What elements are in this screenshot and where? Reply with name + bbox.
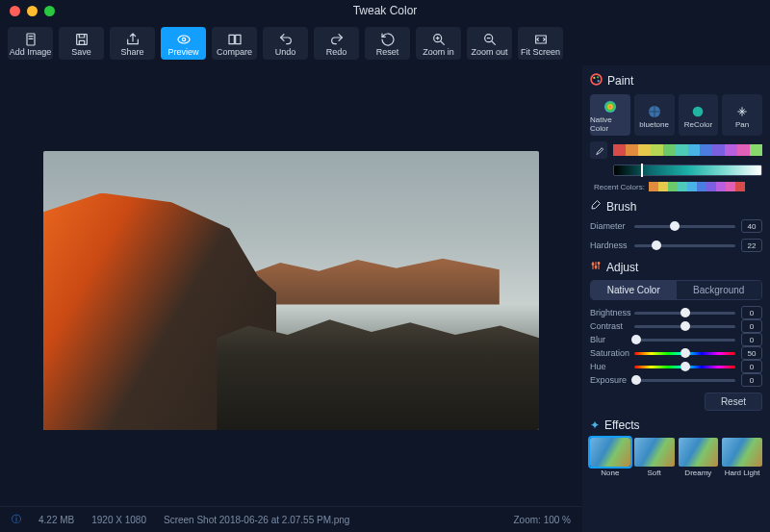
effect-thumb	[679, 438, 719, 467]
color-swatch[interactable]	[712, 144, 725, 156]
app-window: Tweak Color Add ImageSaveSharePreviewCom…	[0, 0, 770, 532]
color-swatch[interactable]	[626, 144, 638, 156]
svg-point-11	[597, 76, 599, 78]
svg-point-16	[592, 264, 594, 266]
diameter-slider: Diameter 40	[590, 219, 762, 233]
effect-dreamy[interactable]: Dreamy	[679, 438, 719, 477]
paint-tab-bluetone[interactable]: bluetone	[634, 94, 675, 136]
contrast-label: Contrast	[590, 321, 629, 331]
compare-button[interactable]: Compare	[212, 27, 257, 60]
preview-button[interactable]: Preview	[161, 27, 206, 60]
info-icon: ⓘ	[12, 513, 21, 526]
adjust-reset-button[interactable]: Reset	[705, 393, 762, 411]
color-swatch[interactable]	[613, 144, 626, 156]
seg-background[interactable]: Background	[677, 281, 762, 299]
saturation-value[interactable]: 50	[741, 346, 762, 360]
svg-point-17	[595, 266, 597, 268]
recent-color-swatch[interactable]	[678, 182, 687, 191]
recent-color-swatch[interactable]	[649, 182, 658, 191]
shade-slider[interactable]	[613, 165, 762, 176]
recent-color-swatch[interactable]	[687, 182, 697, 191]
effect-soft[interactable]: Soft	[634, 438, 675, 477]
recent-colors-row: Recent Colors:	[594, 182, 762, 191]
svg-point-13	[604, 101, 616, 113]
reset-button[interactable]: Reset	[365, 27, 410, 60]
hue-slider: Hue 0	[590, 360, 762, 373]
zoom-in-button[interactable]: Zoom in	[416, 27, 461, 60]
hardness-label: Hardness	[590, 241, 629, 250]
image-preview[interactable]	[43, 151, 539, 430]
color-swatch[interactable]	[725, 144, 737, 156]
color-swatch[interactable]	[700, 144, 712, 156]
contrast-track[interactable]	[634, 325, 735, 328]
toolbar-label: Preview	[167, 47, 198, 57]
zoomout-icon	[482, 31, 498, 47]
contrast-value[interactable]: 0	[741, 319, 762, 333]
blur-slider: Blur 0	[590, 333, 762, 346]
svg-rect-4	[229, 35, 234, 43]
effect-hard-light[interactable]: Hard Light	[722, 438, 762, 477]
eye-icon	[176, 31, 192, 47]
recent-color-swatch[interactable]	[697, 182, 706, 191]
save-button[interactable]: Save	[59, 27, 104, 60]
fit-screen-button[interactable]: Fit Screen	[518, 27, 563, 60]
recent-color-swatch[interactable]	[668, 182, 678, 191]
brush-title: Brush	[590, 199, 762, 214]
recent-color-swatch[interactable]	[658, 182, 668, 191]
svg-rect-5	[235, 35, 240, 43]
color-swatch[interactable]	[663, 144, 676, 156]
color-swatch[interactable]	[676, 144, 688, 156]
brightness-value[interactable]: 0	[741, 306, 762, 319]
eyedropper-button[interactable]	[590, 141, 607, 159]
zoom-out-button[interactable]: Zoom out	[467, 27, 512, 60]
add-image-button[interactable]: Add Image	[8, 27, 53, 60]
hue-value[interactable]: 0	[741, 360, 762, 373]
undo-button[interactable]: Undo	[263, 27, 308, 60]
color-swatch[interactable]	[638, 144, 651, 156]
blur-value[interactable]: 0	[741, 333, 762, 346]
contrast-slider: Contrast 0	[590, 319, 762, 333]
status-filesize: 4.22 MB	[38, 515, 74, 525]
redo-button[interactable]: Redo	[314, 27, 359, 60]
recent-colors	[649, 182, 745, 191]
diameter-track[interactable]	[634, 225, 735, 228]
color-swatches	[613, 144, 762, 156]
svg-point-12	[598, 80, 600, 82]
hardness-track[interactable]	[634, 244, 735, 247]
exposure-value[interactable]: 0	[741, 373, 762, 387]
brightness-track[interactable]	[634, 312, 735, 315]
color-swatch[interactable]	[651, 144, 663, 156]
color-swatch[interactable]	[688, 144, 701, 156]
paint-tab-pan[interactable]: Pan	[722, 94, 762, 136]
toolbar-label: Zoom in	[423, 47, 454, 57]
main-area: ⓘ 4.22 MB 1920 X 1080 Screen Shot 2018-0…	[0, 65, 770, 532]
recent-color-swatch[interactable]	[735, 182, 745, 191]
toolbar-label: Zoom out	[471, 47, 507, 57]
paint-tab-recolor[interactable]: ReColor	[679, 94, 719, 136]
effect-thumb	[634, 438, 675, 467]
recent-color-swatch[interactable]	[716, 182, 726, 191]
color-swatch[interactable]	[750, 144, 762, 156]
seg-native-color[interactable]: Native Color	[591, 281, 677, 299]
adjust-segment: Native Color Background	[590, 280, 762, 300]
recent-color-swatch[interactable]	[706, 182, 716, 191]
color-swatch[interactable]	[737, 144, 750, 156]
svg-point-10	[593, 77, 595, 79]
blur-track[interactable]	[634, 339, 735, 342]
hue-track[interactable]	[634, 366, 735, 368]
hardness-value[interactable]: 22	[741, 239, 762, 252]
exposure-track[interactable]	[634, 379, 735, 382]
effect-none[interactable]: None	[590, 438, 630, 477]
svg-point-18	[598, 263, 600, 265]
share-button[interactable]: Share	[110, 27, 155, 60]
paint-tab-native-color[interactable]: Native Color	[590, 94, 630, 136]
diameter-value[interactable]: 40	[741, 219, 762, 233]
svg-point-9	[591, 74, 602, 85]
saturation-label: Saturation	[590, 348, 629, 358]
effects-row: NoneSoftDreamyHard Light	[590, 438, 762, 477]
brightness-label: Brightness	[590, 308, 629, 317]
brush-icon	[590, 199, 602, 214]
recent-color-swatch[interactable]	[726, 182, 735, 191]
saturation-track[interactable]	[634, 352, 735, 355]
exposure-label: Exposure	[590, 375, 629, 385]
